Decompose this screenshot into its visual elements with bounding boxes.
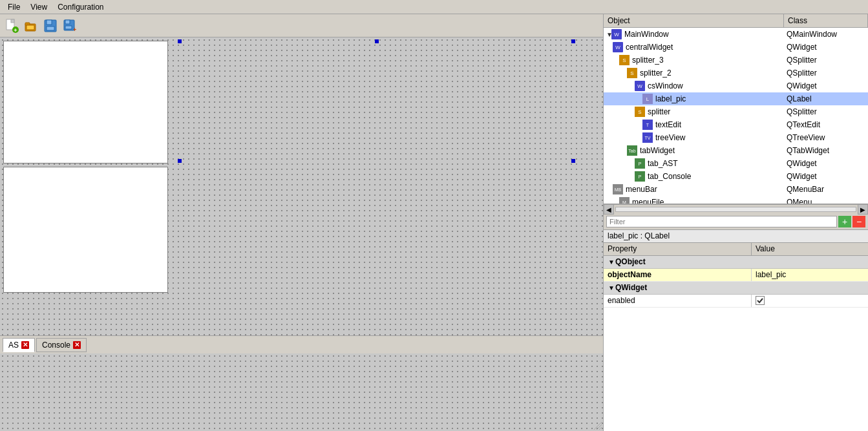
handle-tr[interactable] (571, 39, 575, 43)
toolbar: + (0, 14, 603, 37)
right-panel: Object Class ▼ W MainWindow QMainWindow … (603, 14, 868, 431)
tree-item-mainwindow[interactable]: ▼ W MainWindow QMainWindow (604, 28, 868, 41)
svg-text:+: + (73, 26, 76, 33)
tree-item-splitter[interactable]: ▼ S splitter QSplitter (604, 105, 868, 118)
expand-menubar[interactable]: ▼ (604, 186, 613, 193)
icon-splitter2: S (627, 68, 637, 78)
icon-menubar: MB (613, 184, 623, 194)
scroll-left-arrow[interactable]: ◀ (604, 204, 614, 215)
property-col-header: Property (604, 243, 752, 255)
menu-view[interactable]: View (25, 1, 52, 13)
tree-name-splitter3: splitter_3 (631, 56, 784, 65)
expand-splitter[interactable]: ▼ (604, 109, 635, 116)
enabled-checkbox[interactable] (756, 296, 765, 305)
menu-file[interactable]: File (3, 1, 25, 13)
svg-rect-12 (65, 26, 72, 29)
icon-tab-ast: P (635, 158, 645, 169)
tree-class-cswindow: QWidget (784, 81, 868, 90)
save-as-button[interactable]: + (61, 17, 79, 35)
expand-cswindow[interactable]: ▼ (604, 83, 635, 90)
expand-tabwidget[interactable]: ▼ (604, 147, 627, 154)
save-button[interactable] (41, 17, 59, 35)
tree-item-splitter3[interactable]: ▼ S splitter_3 QSplitter (604, 54, 868, 67)
handle-ml[interactable] (178, 159, 182, 163)
tree-item-menubar[interactable]: ▼ MB menuBar QMenuBar (604, 183, 868, 196)
section-qobject-expand[interactable]: ▼ (608, 258, 615, 266)
tree-class-tab-ast: QWidget (784, 159, 868, 168)
tree-item-tab-console[interactable]: P tab_Console QWidget (604, 170, 868, 183)
tree-name-treeview: treeView (654, 133, 784, 142)
expand-label-pic (604, 96, 642, 103)
scroll-track[interactable] (615, 207, 856, 212)
icon-splitter3: S (619, 55, 630, 65)
expand-tab-ast (604, 160, 635, 167)
tab-as[interactable]: AS ✕ (3, 338, 35, 352)
selection-label: label_pic : QLabel (604, 230, 868, 243)
tree-name-label-pic: label_pic (654, 94, 784, 103)
tree-name-centralwidget: centralWidget (624, 43, 784, 52)
handle-mr[interactable] (571, 159, 575, 163)
handle-tm[interactable] (375, 39, 379, 43)
tree-class-tab-console: QWidget (784, 172, 868, 181)
prop-row-objectname[interactable]: objectName label_pic (604, 269, 868, 282)
tree-name-splitter2: splitter_2 (639, 68, 784, 78)
section-qwidget: ▼ QWidget (604, 282, 868, 295)
designer-area (0, 37, 603, 335)
tab-console[interactable]: Console ✕ (36, 338, 87, 352)
tree-item-textedit[interactable]: T textEdit QTextEdit (604, 118, 868, 131)
expand-splitter2[interactable]: ▼ (604, 70, 627, 77)
open-button[interactable] (22, 17, 40, 35)
icon-menufile: M (619, 197, 630, 204)
tree-name-tabwidget: tabWidget (639, 146, 784, 155)
tree-item-centralwidget[interactable]: ▼ W centralWidget QWidget (604, 41, 868, 54)
property-panel: ▼ QObject objectName label_pic ▼ QWidget… (604, 256, 868, 432)
col-object-header: Object (604, 14, 784, 27)
tree-name-splitter: splitter (646, 107, 784, 116)
new-button[interactable]: + (3, 17, 21, 35)
expand-centralwidget[interactable]: ▼ (604, 44, 613, 51)
handle-tl[interactable] (178, 39, 182, 43)
expand-splitter3[interactable]: ▼ (604, 57, 619, 64)
menu-configuration[interactable]: Configuration (52, 1, 109, 13)
col-class-header: Class (784, 14, 868, 27)
tab-console-close[interactable]: ✕ (73, 341, 81, 349)
icon-treeview: TV (642, 132, 653, 143)
section-qwidget-label: QWidget (615, 283, 647, 292)
tree-item-splitter2[interactable]: ▼ S splitter_2 QSplitter (604, 67, 868, 79)
tree-class-tabwidget: QTabWidget (784, 146, 868, 155)
icon-splitter: S (635, 107, 645, 117)
filter-input[interactable] (606, 216, 837, 227)
object-tree[interactable]: ▼ W MainWindow QMainWindow ▼ W centralWi… (604, 28, 868, 204)
prop-name-objectname: objectName (604, 269, 752, 281)
tree-item-cswindow[interactable]: ▼ W csWindow QWidget (604, 79, 868, 92)
tab-as-close[interactable]: ✕ (21, 341, 29, 349)
prop-name-enabled: enabled (604, 295, 752, 307)
tree-class-menufile: QMenu (784, 198, 868, 204)
tree-item-tab-ast[interactable]: P tab_AST QWidget (604, 157, 868, 170)
filter-remove-button[interactable]: − (852, 216, 865, 227)
filter-add-button[interactable]: + (838, 216, 851, 227)
section-qwidget-expand[interactable]: ▼ (608, 284, 615, 291)
svg-rect-5 (25, 23, 30, 25)
prop-row-enabled[interactable]: enabled (604, 295, 868, 308)
upper-widget (3, 41, 168, 163)
filter-bar: + − (604, 215, 868, 230)
tree-name-tab-ast: tab_AST (646, 159, 784, 168)
icon-cswindow: W (635, 81, 645, 91)
scroll-right-arrow[interactable]: ▶ (858, 204, 868, 215)
expand-tab-console (604, 173, 635, 180)
tree-item-label-pic[interactable]: L label_pic QLabel (604, 92, 868, 105)
tab-bar: AS ✕ Console ✕ (0, 335, 603, 353)
bottom-content (0, 353, 603, 431)
tree-class-centralwidget: QWidget (784, 43, 868, 52)
tree-class-menubar: QMenuBar (784, 185, 868, 194)
expand-menufile[interactable]: ▼ (604, 199, 619, 204)
tree-item-tabwidget[interactable]: ▼ Tab tabWidget QTabWidget (604, 144, 868, 157)
tree-item-treeview[interactable]: TV treeView QTreeView (604, 131, 868, 144)
expand-mainwindow[interactable]: ▼ (604, 31, 611, 38)
tree-item-menufile[interactable]: ▼ M menuFile QMenu (604, 196, 868, 204)
tree-class-splitter: QSplitter (784, 107, 868, 116)
resize-grip[interactable] (594, 422, 602, 430)
tree-name-tab-console: tab_Console (646, 172, 784, 181)
tree-name-textedit: textEdit (654, 120, 784, 129)
